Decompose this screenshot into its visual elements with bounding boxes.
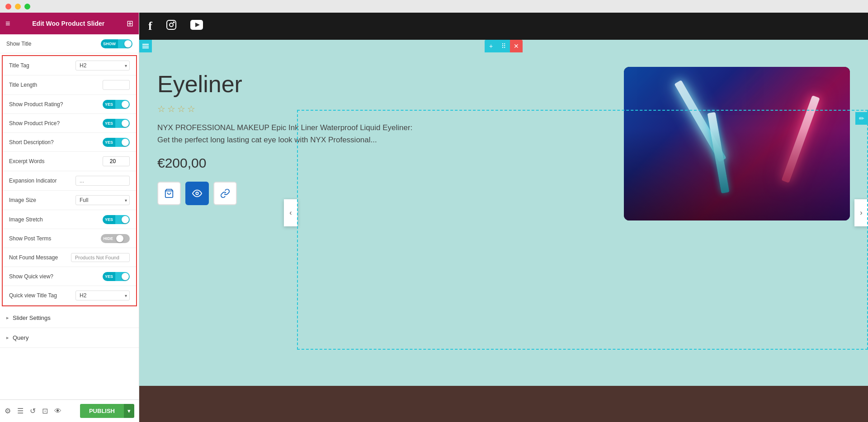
slider-settings-arrow: ▸ xyxy=(6,315,9,321)
product-image-inner xyxy=(624,67,850,220)
show-post-terms-row: Show Post Terms HIDE xyxy=(3,229,136,248)
instagram-icon[interactable] xyxy=(166,19,177,33)
publish-dropdown-button[interactable]: ▾ xyxy=(124,404,134,418)
settings-icon[interactable]: ⚙ xyxy=(5,407,11,415)
image-stretch-toggle[interactable]: YES xyxy=(103,215,130,224)
title-length-row: Title Length xyxy=(3,75,136,95)
not-found-message-label: Not Found Message xyxy=(9,254,58,261)
panel-header-left-icons: ≡ xyxy=(5,19,10,28)
excerpt-words-input[interactable] xyxy=(103,156,130,166)
right-content: f + ⠿ ✕ xyxy=(139,13,868,422)
title-tag-select[interactable]: H2H1H3H4 xyxy=(75,61,130,70)
elementor-move-btn[interactable]: ⠿ xyxy=(497,40,510,52)
show-product-price-toggle[interactable]: YES xyxy=(103,119,130,128)
expansion-indicator-row: Expansion Indicator xyxy=(3,171,136,191)
show-product-rating-row: Show Product Rating? YES xyxy=(3,95,136,114)
show-title-row: Show Title SHOW xyxy=(0,34,139,53)
show-title-toggle[interactable]: SHOW xyxy=(101,39,132,48)
publish-btn-group: PUBLISH ▾ xyxy=(80,404,134,418)
show-product-rating-label: Show Product Rating? xyxy=(9,101,63,108)
preview-icon[interactable]: 👁 xyxy=(54,407,61,415)
quick-view-title-tag-row: Quick view Title Tag H2H1H3 xyxy=(3,286,136,305)
show-title-toggle-label: SHOW xyxy=(101,39,118,48)
youtube-icon[interactable] xyxy=(190,20,203,33)
product-title: Eyeliner xyxy=(157,71,606,97)
star-2: ☆ xyxy=(167,103,175,114)
menu-icon[interactable]: ≡ xyxy=(5,19,10,28)
mac-minimize-button[interactable] xyxy=(15,4,21,9)
show-product-price-row: Show Product Price? YES xyxy=(3,114,136,133)
product-actions xyxy=(157,182,606,205)
layers-icon[interactable]: ☰ xyxy=(17,407,24,415)
image-size-select[interactable]: FullLargeMediumThumbnail xyxy=(75,195,130,205)
image-stretch-toggle-label: YES xyxy=(103,215,115,224)
elementor-close-btn[interactable]: ✕ xyxy=(510,40,523,52)
price-toggle-switch[interactable] xyxy=(115,119,130,128)
svg-rect-0 xyxy=(167,20,176,29)
slider-prev-button[interactable]: ‹ xyxy=(284,199,297,226)
show-post-terms-toggle[interactable]: HIDE xyxy=(101,234,130,243)
excerpt-words-row: Excerpt Words xyxy=(3,152,136,171)
social-bar: f xyxy=(139,13,868,40)
product-stars: ☆ ☆ ☆ ☆ xyxy=(157,103,606,114)
show-title-switch[interactable] xyxy=(118,39,132,48)
image-stretch-label: Image Stretch xyxy=(9,216,43,223)
title-tag-select-wrapper: H2H1H3H4 xyxy=(75,61,130,70)
svg-rect-6 xyxy=(142,46,149,47)
image-stretch-toggle-switch[interactable] xyxy=(115,215,130,224)
quick-view-title-tag-select[interactable]: H2H1H3 xyxy=(75,291,130,300)
quick-view-button[interactable] xyxy=(185,182,209,205)
grid-icon[interactable]: ⊞ xyxy=(127,19,133,28)
edit-overlay-btn[interactable]: ✏ xyxy=(855,112,868,125)
short-desc-toggle-switch[interactable] xyxy=(115,138,130,147)
short-desc-toggle-label: YES xyxy=(103,138,115,147)
title-length-input[interactable] xyxy=(103,80,130,90)
quick-view-title-tag-select-wrapper: H2H1H3 xyxy=(75,291,130,300)
app-container: ≡ Edit Woo Product Slider ⊞ Show Title S… xyxy=(0,13,868,422)
post-terms-toggle-switch[interactable] xyxy=(115,234,130,243)
rating-toggle-switch[interactable] xyxy=(115,100,130,109)
image-size-row: Image Size FullLargeMediumThumbnail xyxy=(3,191,136,210)
facebook-icon[interactable]: f xyxy=(148,19,152,33)
product-info: Eyeliner ☆ ☆ ☆ ☆ NYX PROFESSIONAL MAKEUP… xyxy=(157,53,606,214)
query-section[interactable]: ▸ Query xyxy=(0,328,139,348)
footer-strip xyxy=(139,386,868,422)
mac-close-button[interactable] xyxy=(5,4,11,9)
add-to-cart-button[interactable] xyxy=(157,182,181,205)
quick-view-toggle-switch[interactable] xyxy=(115,272,130,281)
show-quick-view-toggle[interactable]: YES xyxy=(103,272,130,281)
quick-view-title-tag-label: Quick view Title Tag xyxy=(9,292,57,299)
post-terms-toggle-knob xyxy=(116,235,123,242)
left-panel: ≡ Edit Woo Product Slider ⊞ Show Title S… xyxy=(0,13,139,422)
product-link-button[interactable] xyxy=(213,182,237,205)
mac-maximize-button[interactable] xyxy=(24,4,30,9)
short-description-row: Short Description? YES xyxy=(3,133,136,152)
elementor-add-btn[interactable]: + xyxy=(485,40,497,52)
not-found-message-input[interactable] xyxy=(71,253,130,262)
price-toggle-label: YES xyxy=(103,119,115,128)
show-product-rating-toggle[interactable]: YES xyxy=(103,100,130,109)
show-title-label: Show Title xyxy=(6,41,31,47)
expansion-indicator-input[interactable] xyxy=(75,176,130,186)
history-icon[interactable]: ↺ xyxy=(30,407,36,415)
slider-settings-section[interactable]: ▸ Slider Settings xyxy=(0,308,139,328)
product-image xyxy=(624,67,850,220)
image-overlay xyxy=(624,128,850,220)
show-quick-view-row: Show Quick view? YES xyxy=(3,267,136,286)
product-price: €200,00 xyxy=(157,155,606,171)
svg-point-9 xyxy=(196,192,198,195)
short-description-toggle[interactable]: YES xyxy=(103,138,130,147)
show-product-price-label: Show Product Price? xyxy=(9,120,60,127)
show-title-knob xyxy=(124,40,132,47)
responsive-icon[interactable]: ⊡ xyxy=(42,407,48,415)
quick-view-toggle-label: YES xyxy=(103,272,115,281)
publish-button[interactable]: PUBLISH xyxy=(80,404,124,418)
title-length-label: Title Length xyxy=(9,82,37,88)
block-handle[interactable] xyxy=(139,40,152,52)
image-stretch-toggle-knob xyxy=(122,216,129,223)
title-tag-row: Title Tag H2H1H3H4 xyxy=(3,56,136,75)
bottom-icons: ⚙ ☰ ↺ ⊡ 👁 xyxy=(5,407,61,415)
slider-next-button[interactable]: › xyxy=(854,199,868,226)
not-found-message-row: Not Found Message xyxy=(3,248,136,267)
short-description-label: Short Description? xyxy=(9,139,54,145)
